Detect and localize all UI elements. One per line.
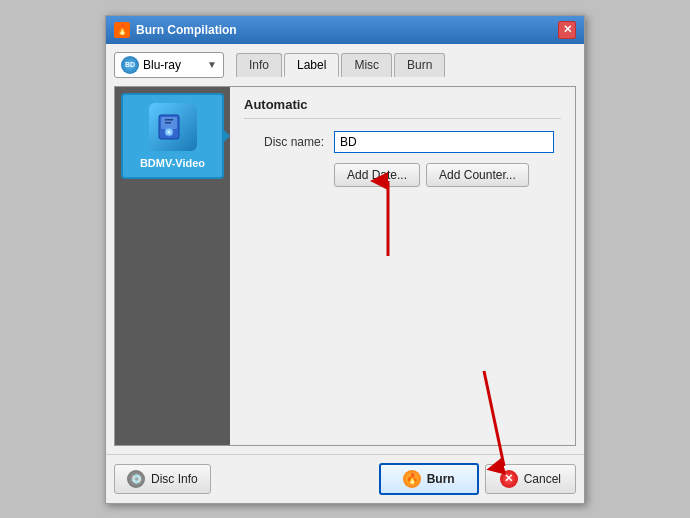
top-bar: BD Blu-ray ▼ Info Label Misc Burn (114, 52, 576, 78)
window-title: Burn Compilation (136, 23, 237, 37)
sidebar-item-label: BDMV-Video (140, 157, 205, 169)
app-icon: 🔥 (114, 22, 130, 38)
disc-info-button[interactable]: 💿 Disc Info (114, 464, 211, 494)
bdmv-icon (149, 103, 197, 151)
annotation-arrow-up (368, 171, 408, 264)
sidebar-arrow-icon (222, 128, 230, 144)
device-label: Blu-ray (143, 58, 181, 72)
disc-name-row: Disc name: (244, 131, 561, 153)
sidebar-item-bdmv[interactable]: BDMV-Video (121, 93, 224, 179)
blu-ray-icon: BD (121, 56, 139, 74)
disc-name-label: Disc name: (244, 135, 324, 149)
disc-info-icon: 💿 (127, 470, 145, 488)
dropdown-arrow-icon: ▼ (207, 59, 217, 70)
panel-title: Automatic (244, 97, 561, 119)
svg-rect-4 (165, 119, 173, 121)
sidebar: BDMV-Video (115, 87, 230, 445)
svg-rect-5 (165, 122, 171, 124)
svg-line-9 (484, 371, 504, 466)
tab-label[interactable]: Label (284, 53, 339, 77)
burn-label: Burn (427, 472, 455, 486)
svg-point-3 (167, 130, 170, 133)
cancel-label: Cancel (524, 472, 561, 486)
tab-burn[interactable]: Burn (394, 53, 445, 77)
close-button[interactable]: ✕ (558, 21, 576, 39)
device-dropdown[interactable]: BD Blu-ray ▼ (114, 52, 224, 78)
burn-icon: 🔥 (403, 470, 421, 488)
title-bar: 🔥 Burn Compilation ✕ (106, 16, 584, 44)
annotation-arrow-down (464, 366, 524, 479)
add-counter-button[interactable]: Add Counter... (426, 163, 529, 187)
tab-info[interactable]: Info (236, 53, 282, 77)
disc-info-label: Disc Info (151, 472, 198, 486)
disc-name-input[interactable] (334, 131, 554, 153)
tab-misc[interactable]: Misc (341, 53, 392, 77)
tab-bar: Info Label Misc Burn (236, 53, 445, 77)
